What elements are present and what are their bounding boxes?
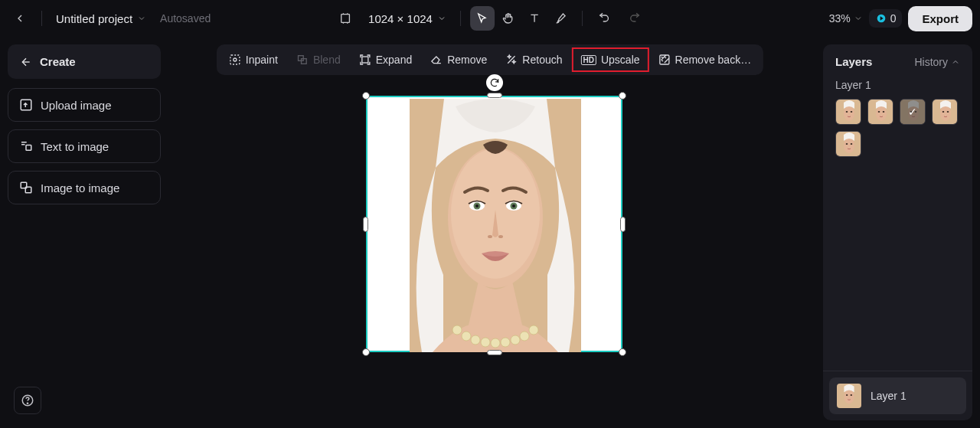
credits-icon [875,12,887,25]
canvas-size-icon[interactable] [333,6,358,31]
selection-outline [366,96,622,352]
divider [460,11,461,26]
resize-handle-r[interactable] [620,217,626,232]
undo-button[interactable] [592,6,616,31]
generation-thumbnails [823,99,972,371]
export-button[interactable]: Export [908,6,972,31]
image-to-image-label: Image to image [41,181,119,194]
generation-thumb[interactable] [932,99,958,125]
resize-handle-tr[interactable] [619,92,626,100]
image-to-image-button[interactable]: Image to image [8,171,161,204]
svg-point-31 [471,335,480,345]
help-icon [21,394,34,407]
retouch-icon [505,54,518,66]
svg-point-36 [520,332,529,341]
layer-row[interactable]: Layer 1 [829,377,966,414]
svg-point-26 [512,204,515,207]
svg-point-25 [475,204,479,207]
chevron-down-icon [854,14,863,23]
credits-pill[interactable]: 0 [869,9,903,28]
create-panel: Create Upload image Text to image Image … [8,44,161,204]
remove-background-button[interactable]: Remove back… [649,47,761,72]
retouch-label: Retouch [522,54,562,66]
resize-handle-tl[interactable] [362,92,370,100]
topbar-right: 33% 0 Export [829,6,972,31]
upscale-label: Upscale [601,54,640,66]
svg-point-12 [234,58,237,61]
workspace: Create Upload image Text to image Image … [0,37,980,428]
pan-tool[interactable] [496,6,521,31]
upload-icon [19,98,33,112]
expand-icon [359,54,371,66]
create-title: Create [40,55,76,68]
inpaint-label: Inpaint [246,54,278,66]
rotate-icon [489,77,500,88]
layer-row-name: Layer 1 [871,390,906,402]
text-to-image-icon [19,139,33,153]
resize-handle-l[interactable] [363,217,368,232]
svg-point-30 [462,332,471,341]
tool-group [470,6,573,31]
upload-image-button[interactable]: Upload image [8,88,161,122]
blend-icon [296,54,309,66]
svg-point-28 [498,235,503,238]
create-toggle[interactable]: Create [8,44,161,79]
layer-list: Layer 1 [823,371,972,420]
blend-button: Blend [287,47,350,72]
generation-thumb[interactable] [835,131,861,157]
select-tool[interactable] [470,6,495,31]
canvas-image [410,99,581,352]
svg-point-34 [501,338,510,347]
divider [41,11,42,26]
svg-rect-4 [341,15,350,23]
zoom-text: 33% [829,12,851,25]
expand-button[interactable]: Expand [350,47,421,72]
upscale-button[interactable]: HD Upscale [572,47,649,72]
zoom-select[interactable]: 33% [829,12,863,25]
chevron-down-icon [137,14,146,23]
help-button[interactable] [14,387,41,414]
blend-label: Blend [313,54,341,66]
inpaint-button[interactable]: Inpaint [220,47,287,72]
divider [582,11,583,26]
resize-handle-b[interactable] [487,350,502,355]
redo-button[interactable] [622,6,647,31]
svg-point-35 [511,335,520,345]
remove-button[interactable]: Remove [421,47,496,72]
svg-point-29 [452,325,462,335]
retouch-button[interactable]: Retouch [496,47,571,72]
rotate-handle[interactable] [486,74,503,91]
upload-image-label: Upload image [41,99,112,112]
resize-handle-bl[interactable] [362,348,370,356]
autosaved-status: Autosaved [160,12,211,25]
topbar: Untitled project Autosaved 1024 × 1024 [0,0,980,37]
generation-thumb[interactable] [867,99,893,125]
text-to-image-label: Text to image [41,140,109,153]
svg-rect-11 [230,55,240,64]
credits-count: 0 [890,12,897,25]
brush-tool[interactable] [548,6,573,31]
svg-point-33 [491,338,500,348]
image-to-image-icon [19,181,33,194]
eraser-icon [430,54,443,66]
canvas-selection[interactable] [366,96,622,352]
svg-point-27 [488,235,492,238]
remove-bg-icon [658,54,671,66]
text-to-image-button[interactable]: Text to image [8,129,161,163]
history-toggle[interactable]: History [914,56,960,68]
context-toolbar: Inpaint Blend Expand Remove Retouch HD U… [217,44,763,75]
back-button[interactable] [8,6,32,31]
remove-label: Remove [447,54,487,66]
dimensions-select[interactable]: 1024 × 1024 [364,9,451,28]
dimensions-text: 1024 × 1024 [368,12,433,25]
text-tool[interactable] [522,6,547,31]
project-title[interactable]: Untitled project [51,9,151,28]
export-label: Export [922,12,959,25]
layer-thumb [837,384,861,408]
resize-handle-br[interactable] [619,348,626,356]
topbar-left: Untitled project Autosaved [8,6,211,31]
generation-thumb[interactable] [835,99,861,125]
resize-handle-t[interactable] [487,93,502,98]
chevron-down-icon [437,14,446,23]
generation-thumb[interactable] [900,99,926,125]
